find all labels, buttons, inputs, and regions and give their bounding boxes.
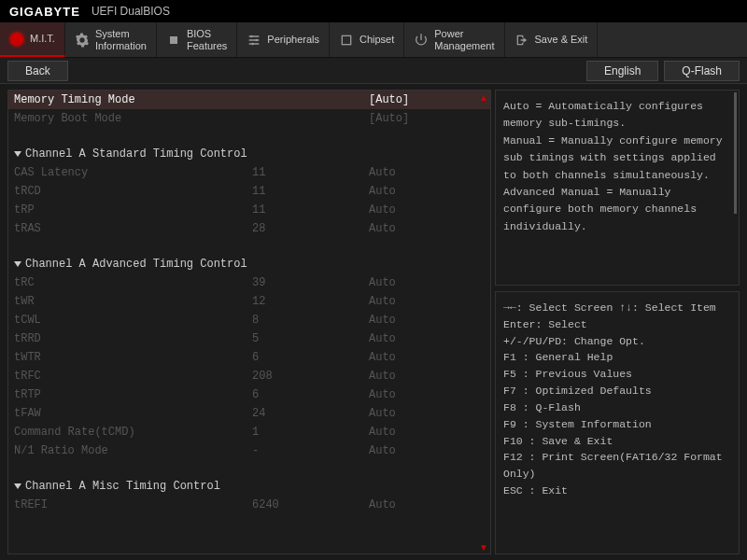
detected-value: 208 (252, 370, 369, 383)
section-header[interactable]: Channel A Advanced Timing Control (8, 255, 490, 273)
setting-label: tRFC (14, 370, 252, 383)
section-title: Channel A Misc Timing Control (14, 480, 252, 493)
header-bar: GIGABYTE UEFI DualBIOS (0, 0, 747, 22)
setting-label: tRCD (14, 185, 252, 198)
help-line: F1 : General Help (503, 349, 731, 366)
help-line: F8 : Q-Flash (503, 399, 731, 416)
record-icon (9, 32, 24, 47)
setting-label: tWR (14, 295, 252, 308)
setting-row[interactable]: tRC39Auto (8, 273, 490, 292)
setting-label: tRTP (14, 388, 252, 401)
brand-logo: GIGABYTE (9, 5, 80, 19)
tab-label: M.I.T. (30, 33, 55, 44)
setting-value: Auto (369, 276, 485, 289)
setting-value: Auto (369, 222, 485, 235)
setting-label: Command Rate(tCMD) (14, 426, 252, 439)
section-header[interactable]: Channel A Misc Timing Control (8, 477, 490, 496)
detected-value: - (252, 444, 369, 457)
detected-value: 39 (252, 276, 369, 289)
setting-row[interactable]: Command Rate(tCMD)1Auto (8, 423, 490, 441)
section-title: Channel A Standard Timing Control (14, 147, 252, 161)
tab-bios-features[interactable]: BIOS Features (157, 22, 237, 57)
svg-rect-3 (342, 35, 350, 44)
setting-row[interactable]: tRP11Auto (8, 201, 490, 219)
setting-value: Auto (369, 314, 485, 327)
setting-label: tRP (14, 203, 252, 217)
setting-value: Auto (369, 444, 485, 457)
tab-label: Chipset (359, 34, 394, 45)
setting-value: [Auto] (369, 112, 485, 125)
tab-save-exit[interactable]: Save & Exit (505, 22, 599, 57)
setting-label: tFAW (14, 407, 252, 420)
help-line: →←: Select Screen ↑↓: Select Item (503, 300, 731, 316)
setting-label: tRRD (14, 332, 252, 345)
description-pane: Auto = Automatically configures memory s… (495, 90, 740, 286)
section-title: Channel A Advanced Timing Control (14, 258, 252, 271)
help-line: F12 : Print Screen(FAT16/32 Format Only) (503, 449, 731, 483)
setting-row[interactable]: tRRD5Auto (8, 329, 490, 348)
detected-value: 6240 (252, 498, 369, 511)
back-button[interactable]: Back (7, 61, 68, 81)
setting-row[interactable]: tRCD11Auto (8, 182, 490, 201)
setting-row[interactable]: tFAW24Auto (8, 404, 490, 423)
sub-bar: Back English Q-Flash (0, 58, 747, 84)
chevron-down-icon (14, 151, 21, 157)
setting-row[interactable]: tCWL8Auto (8, 311, 490, 329)
setting-value: Auto (369, 351, 485, 364)
tab-chipset[interactable]: Chipset (330, 22, 404, 57)
svg-point-1 (256, 38, 259, 41)
setting-value: Auto (369, 388, 485, 401)
setting-row[interactable]: tRFC208Auto (8, 367, 490, 385)
help-line: F5 : Previous Values (503, 366, 731, 383)
setting-label: tCWL (14, 314, 252, 327)
detected-value: 11 (252, 166, 369, 179)
detected-value: 5 (252, 332, 369, 345)
setting-row[interactable]: tRAS28Auto (8, 219, 490, 238)
tab-mit[interactable]: M.I.T. (0, 22, 65, 57)
tab-system-information[interactable]: System Information (65, 22, 157, 57)
board-icon (339, 33, 354, 48)
language-button[interactable]: English (586, 61, 658, 81)
setting-row[interactable]: tREFI6240Auto (8, 496, 490, 514)
setting-value: Auto (369, 407, 485, 420)
setting-value: Auto (369, 185, 485, 198)
tab-peripherals[interactable]: Peripherals (237, 22, 330, 57)
gear-icon (75, 33, 90, 48)
sliders-icon (247, 33, 261, 48)
setting-label: CAS Latency (14, 166, 252, 179)
main-tabs: M.I.T. System Information BIOS Features … (0, 22, 747, 58)
tab-power-management[interactable]: Power Management (404, 22, 504, 57)
setting-value: Auto (369, 370, 485, 383)
setting-label: Memory Boot Mode (14, 112, 252, 125)
qflash-button[interactable]: Q-Flash (664, 61, 740, 81)
setting-row[interactable]: N/1 Ratio Mode-Auto (8, 441, 490, 460)
setting-value: Auto (369, 426, 485, 439)
detected-value: 11 (252, 203, 369, 217)
power-icon (414, 33, 429, 48)
setting-row[interactable]: tWR12Auto (8, 292, 490, 311)
detected-value: 11 (252, 185, 369, 198)
svg-point-0 (250, 35, 253, 37)
setting-label: tWTR (14, 351, 252, 364)
detected-value: 1 (252, 426, 369, 439)
tab-label: Save & Exit (535, 34, 588, 45)
help-pane: →←: Select Screen ↑↓: Select ItemEnter: … (495, 291, 740, 554)
setting-row[interactable]: tWTR6Auto (8, 348, 490, 367)
help-line: F9 : System Information (503, 416, 731, 433)
setting-row[interactable]: Memory Timing Mode[Auto] (8, 91, 490, 109)
help-line: Enter: Select (503, 316, 731, 333)
detected-value: 8 (252, 314, 369, 327)
setting-row[interactable]: tRTP6Auto (8, 385, 490, 404)
setting-row[interactable]: CAS Latency11Auto (8, 163, 490, 182)
scrollbar[interactable] (734, 92, 737, 214)
help-line: ESC : Exit (503, 483, 731, 499)
setting-value: [Auto] (369, 93, 485, 106)
section-header[interactable]: Channel A Standard Timing Control (8, 145, 490, 163)
setting-label: tRC (14, 276, 252, 289)
scroll-down-icon[interactable]: ▼ (479, 542, 488, 552)
chevron-down-icon (14, 261, 21, 267)
exit-icon (514, 33, 529, 48)
setting-row[interactable]: Memory Boot Mode[Auto] (8, 109, 490, 128)
scroll-up-icon[interactable]: ▲ (479, 92, 488, 102)
settings-pane: ▲ Memory Timing Mode[Auto]Memory Boot Mo… (7, 90, 491, 554)
